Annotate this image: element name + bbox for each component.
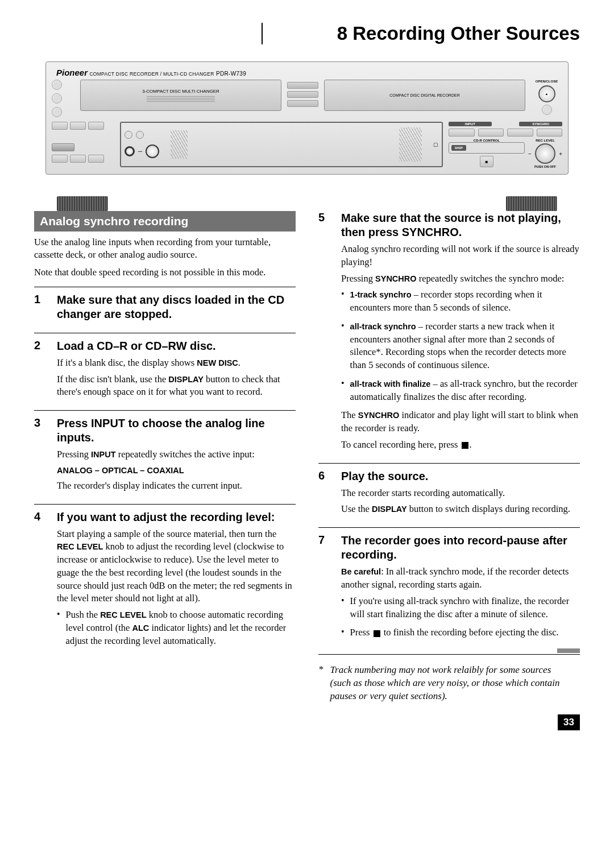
right-column: 5 Make sure that the source is not playi… — [318, 211, 580, 703]
step-text: The recorder's display indicates the cur… — [57, 480, 296, 493]
push-on-off-label: PUSH ON-OFF — [528, 165, 562, 168]
step-3: 3 Press INPUT to choose the analog line … — [34, 416, 296, 496]
footnote-asterisk: * — [318, 664, 323, 703]
step-text: Pressing SYNCHRO repeatedly switches the… — [341, 272, 580, 286]
step-number: 4 — [34, 510, 47, 654]
synchro-button: SYNCHRO — [519, 122, 562, 126]
brand-logo: Pioneer — [56, 68, 88, 77]
input-options-line: ANALOG – OPTICAL – COAXIAL — [57, 466, 296, 475]
step-text: Pressing INPUT repeatedly switches the a… — [57, 448, 296, 461]
step-text: The recorder starts recording automatica… — [341, 487, 580, 500]
intro-paragraph: Note that double speed recording is not … — [34, 266, 296, 279]
chapter-header: 8 Recording Other Sources — [262, 23, 580, 44]
device-model: PDR-W739 — [216, 71, 246, 77]
step-2: 2 Load a CD–R or CD–RW disc. If it's a b… — [34, 339, 296, 402]
step-text: Be careful: In all-track synchro mode, i… — [341, 565, 580, 592]
step-number: 2 — [34, 339, 47, 402]
step-number: 3 — [34, 416, 47, 496]
chapter-number: 8 — [337, 23, 347, 44]
power-button — [542, 105, 552, 115]
step-text: If the disc isn't blank, use the DISPLAY… — [57, 373, 296, 399]
page-number: 33 — [558, 714, 580, 730]
input-button: INPUT — [449, 122, 492, 126]
rec-level-knob — [535, 143, 555, 164]
left-column: Analog synchro recording Use the analog … — [34, 211, 296, 703]
chapter-title: Recording Other Sources — [352, 23, 580, 44]
footnote-text: Track numbering may not work relaibly fo… — [330, 664, 575, 703]
step-number: 1 — [34, 293, 47, 325]
step-text: Analog synchro recording will not work i… — [341, 243, 580, 269]
step-title: Make sure that the source is not playing… — [341, 211, 580, 239]
device-foot — [57, 196, 108, 211]
step-text: Start playing a sample of the source mat… — [57, 528, 296, 606]
changer-tray: 3-COMPACT DISC MULTI CHANGER — [80, 80, 281, 111]
bullet-text: Push the REC LEVEL knob to choose automa… — [66, 609, 296, 647]
device-illustration: Pioneer COMPACT DISC RECORDER / MULTI-CD… — [34, 61, 580, 211]
open-close-label: OPEN/CLOSE — [536, 80, 558, 83]
step-number: 5 — [318, 211, 331, 455]
device-foot — [506, 196, 557, 211]
step-title: Play the source. — [341, 469, 580, 483]
disc-select-button — [52, 107, 62, 117]
recorder-tray: COMPACT DISC DIGITAL RECORDER — [324, 80, 525, 111]
bullet-text: 1-track synchro – recorder stops recordi… — [350, 288, 580, 315]
footnote: * Track numbering may not work relaibly … — [318, 664, 580, 703]
step-text: The SYNCHRO indicator and play light wil… — [341, 409, 580, 435]
step-text: To cancel recording here, press . — [341, 439, 580, 452]
disc-select-button — [52, 80, 62, 90]
step-title: If you want to adjust the recording leve… — [57, 510, 296, 524]
display-panel: – ▢ — [120, 122, 443, 167]
device-subtitle: COMPACT DISC RECORDER / MULTI-CD CHANGER — [89, 71, 214, 77]
bullet-text: all-track synchro – recorder starts a ne… — [350, 320, 580, 372]
continuation-mark — [557, 648, 580, 653]
disp-button: DISP — [451, 145, 466, 151]
stop-button-icon: ■ — [480, 156, 493, 167]
intro-paragraph: Use the analog line inputs when recordin… — [34, 236, 296, 262]
step-number: 6 — [318, 469, 331, 520]
section-banner: Analog synchro recording — [34, 211, 296, 232]
step-title: Make sure that any discs loaded in the C… — [57, 293, 296, 321]
step-1: 1 Make sure that any discs loaded in the… — [34, 293, 296, 325]
eject-button: ▲ — [538, 85, 555, 102]
step-4: 4 If you want to adjust the recording le… — [34, 510, 296, 654]
step-text: Use the DISPLAY button to switch display… — [341, 503, 580, 516]
bullet-text: Press to finish the recording before eje… — [350, 626, 559, 639]
stop-icon — [374, 630, 380, 637]
device-brand-line: Pioneer COMPACT DISC RECORDER / MULTI-CD… — [52, 65, 562, 80]
bullet-text: If you're using all-track synchro with f… — [350, 595, 580, 621]
step-number: 7 — [318, 534, 331, 645]
step-7: 7 The recorder goes into record-pause af… — [318, 534, 580, 645]
step-title: The recorder goes into record-pause afte… — [341, 534, 580, 562]
tray-right-label: COMPACT DISC DIGITAL RECORDER — [389, 93, 459, 97]
manual-page: 8 Recording Other Sources Pioneer COMPAC… — [0, 0, 614, 747]
step-text: If it's a blank disc, the display shows … — [57, 357, 296, 370]
step-6: 6 Play the source. The recorder starts r… — [318, 469, 580, 520]
bullet-text: all-track with finalize – as all-track s… — [350, 378, 580, 404]
step-title: Press INPUT to choose the analog line in… — [57, 416, 296, 445]
tray-left-label: 3-COMPACT DISC MULTI CHANGER — [142, 89, 219, 94]
stop-icon — [462, 442, 468, 449]
step-5: 5 Make sure that the source is not playi… — [318, 211, 580, 455]
step-title: Load a CD–R or CD–RW disc. — [57, 339, 296, 353]
disc-select-button — [52, 93, 62, 104]
